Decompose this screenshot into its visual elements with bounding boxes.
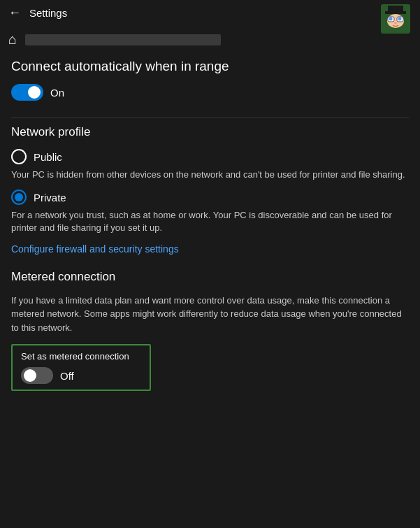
back-button[interactable]: ← [8,6,21,20]
metered-description: If you have a limited data plan and want… [11,294,409,335]
page-title: Settings [29,7,67,19]
metered-toggle-value: Off [60,370,74,382]
divider-1 [11,117,409,118]
private-option[interactable]: Private [11,190,409,205]
auto-connect-toggle-row: On [11,84,409,101]
toggle-knob [28,86,41,99]
public-label: Public [34,151,62,163]
firewall-link[interactable]: Configure firewall and security settings [11,243,409,255]
private-description: For a network you trust, such as at home… [11,209,409,234]
metered-toggle-row: Off [21,367,141,384]
svg-point-6 [389,17,393,21]
main-content: Connect automatically when in range On N… [0,53,420,397]
private-label: Private [34,192,66,204]
auto-connect-label: On [50,87,64,99]
svg-rect-2 [388,6,403,14]
metered-title: Metered connection [11,270,409,284]
header: ← Settings [0,0,420,26]
metered-toggle-knob [24,369,36,382]
auto-connect-title: Connect automatically when in range [11,59,409,74]
private-radio[interactable] [11,190,27,205]
public-description: Your PC is hidden from other devices on … [11,169,409,181]
public-radio[interactable] [11,149,27,164]
metered-toggle[interactable] [21,367,53,384]
network-bar: ⌂ [0,26,420,53]
metered-toggle-label: Set as metered connection [21,351,141,362]
metered-toggle-box: Set as metered connection Off [11,344,151,391]
network-profile-title: Network profile [11,125,409,139]
svg-point-7 [398,17,402,21]
metered-section: Metered connection If you have a limited… [11,270,409,392]
public-option[interactable]: Public [11,149,409,164]
avatar [381,4,410,34]
svg-point-8 [394,22,397,24]
home-icon: ⌂ [8,31,17,48]
avatar-svg [381,4,410,34]
auto-connect-toggle[interactable] [11,84,43,101]
avatar-image [381,4,410,34]
network-name-bar [25,34,221,45]
